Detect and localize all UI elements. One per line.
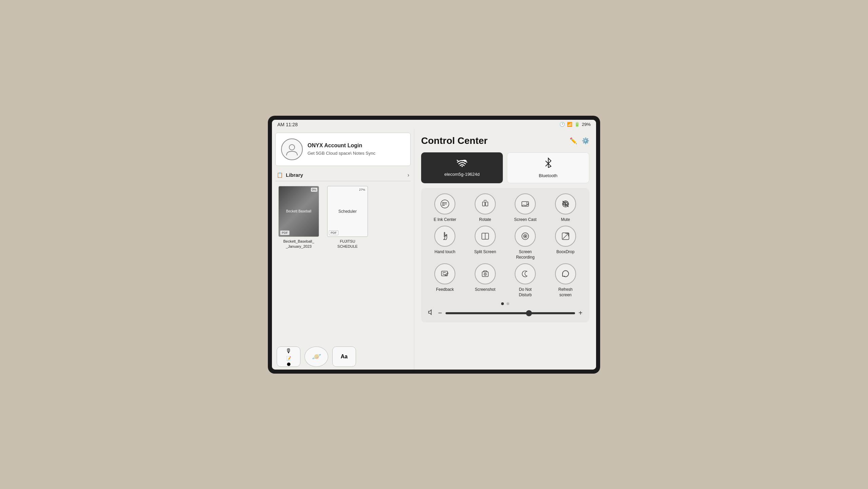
bluetooth-label: Bluetooth: [539, 173, 557, 178]
volume-increase-button[interactable]: +: [578, 309, 583, 317]
book-cover-text: Beckett Baseball: [286, 209, 312, 213]
screenshot-icon: [475, 263, 496, 284]
font-label: Aa: [341, 354, 348, 360]
rotate-label: Rotate: [479, 217, 491, 223]
control-item-booxdrop[interactable]: BooxDrop: [547, 226, 584, 260]
font-button[interactable]: Aa: [332, 346, 356, 367]
volume-slider[interactable]: [446, 312, 575, 314]
svg-point-7: [442, 203, 443, 204]
book-cover-text-2: Scheduler: [338, 209, 357, 214]
page-dots: [427, 302, 584, 305]
book-item-2[interactable]: Scheduler 27% PDF FUJITSUSCHEDULE: [326, 186, 370, 249]
battery-percent: 29%: [582, 122, 591, 127]
edit-icon[interactable]: ✏️: [570, 137, 577, 145]
screen-cast-icon: [515, 193, 536, 214]
library-arrow-icon[interactable]: ›: [408, 172, 409, 178]
svg-point-25: [485, 274, 486, 275]
feedback-label: Feedback: [436, 287, 454, 293]
mic-notes-button[interactable]: 🎙 📝 ⬤: [277, 346, 300, 367]
control-item-do-not-disturb[interactable]: Do NotDisturb: [507, 263, 544, 298]
library-section: 📋 Library › Beckett Baseball 0% PDF: [275, 169, 411, 344]
svg-rect-10: [486, 202, 488, 206]
control-item-rotate[interactable]: Rotate: [467, 193, 504, 223]
bluetooth-button[interactable]: Bluetooth: [507, 152, 589, 183]
control-item-split-screen[interactable]: Split Screen: [467, 226, 504, 260]
rotate-icon: [475, 193, 496, 214]
account-name: ONYX Account Login: [308, 143, 405, 149]
cc-header: Control Center ✏️ ⚙️: [421, 135, 589, 146]
mute-label: Mute: [561, 217, 570, 223]
screen-recording-icon: [515, 226, 536, 247]
wifi-signal-icon: [457, 159, 468, 169]
planet-button[interactable]: 🪐: [304, 346, 328, 367]
status-bar: AM 11:28 🕐 📶 🔋 29%: [272, 120, 596, 129]
volume-decrease-button[interactable]: −: [438, 309, 442, 317]
pdf-badge-2: PDF: [329, 230, 338, 235]
refresh-screen-label: Refreshscreen: [558, 287, 573, 298]
library-label: Library: [286, 172, 303, 178]
battery-icon: 🔋: [574, 122, 580, 127]
split-screen-label: Split Screen: [474, 249, 496, 255]
do-not-disturb-icon: [515, 263, 536, 284]
account-sub: Get 5GB Cloud space\ Notes Sync: [308, 151, 405, 156]
mic-icon: 🎙: [285, 347, 292, 355]
books-grid: Beckett Baseball 0% PDF Beckett_Baseball…: [275, 185, 411, 251]
volume-row: − +: [427, 309, 584, 317]
status-icons: 🕐 📶 🔋 29%: [559, 122, 591, 127]
hand-touch-icon: [434, 226, 455, 247]
controls-grid: E Ink Center Rotate: [427, 193, 584, 298]
device-frame: AM 11:28 🕐 📶 🔋 29%: [268, 116, 600, 374]
svg-line-21: [563, 233, 568, 239]
right-panel: Control Center ✏️ ⚙️: [414, 129, 596, 370]
book-title-2: FUJITSUSCHEDULE: [337, 239, 358, 249]
bottom-toolbar: 🎙 📝 ⬤ 🪐 Aa: [272, 344, 414, 370]
control-item-hand-touch[interactable]: Hand touch: [427, 226, 463, 260]
bluetooth-icon: [544, 157, 552, 170]
svg-point-6: [442, 202, 443, 203]
do-not-disturb-label: Do NotDisturb: [519, 287, 532, 298]
record-icon: ⬤: [287, 362, 291, 366]
e-ink-center-label: E Ink Center: [434, 217, 456, 223]
wifi-icon: 📶: [567, 122, 572, 127]
cc-header-icons: ✏️ ⚙️: [570, 137, 589, 145]
settings-icon[interactable]: ⚙️: [582, 137, 589, 145]
cc-title: Control Center: [421, 135, 488, 146]
planet-icon: 🪐: [312, 352, 321, 361]
wifi-button[interactable]: elecom5g-19624d: [421, 152, 503, 183]
hand-touch-label: Hand touch: [435, 249, 455, 255]
volume-mute-icon[interactable]: [428, 309, 435, 317]
book-badge-2: 27%: [358, 188, 366, 192]
library-icon: 📋: [277, 172, 283, 178]
control-item-screen-cast[interactable]: Screen Cast: [507, 193, 544, 223]
dot-1[interactable]: [501, 302, 504, 305]
svg-point-19: [525, 236, 526, 237]
pdf-badge-1: PDF: [280, 230, 290, 235]
book-cover-baseball: Beckett Baseball 0% PDF: [278, 186, 319, 237]
library-title: 📋 Library: [277, 172, 303, 178]
screen: AM 11:28 🕐 📶 🔋 29%: [272, 120, 596, 370]
feedback-icon: [434, 263, 455, 284]
volume-thumb[interactable]: [526, 310, 532, 316]
booxdrop-label: BooxDrop: [556, 249, 574, 255]
screenshot-label: Screenshot: [475, 287, 495, 293]
control-item-refresh-screen[interactable]: Refreshscreen: [547, 263, 584, 298]
account-section[interactable]: ONYX Account Login Get 5GB Cloud space\ …: [275, 133, 411, 166]
control-item-screen-recording[interactable]: ScreenRecording: [507, 226, 544, 260]
book-item[interactable]: Beckett Baseball 0% PDF Beckett_Baseball…: [277, 186, 321, 249]
control-item-screenshot[interactable]: Screenshot: [467, 263, 504, 298]
book-badge-1: 0%: [311, 188, 317, 192]
library-header: 📋 Library ›: [275, 169, 411, 181]
svg-point-0: [289, 145, 295, 150]
control-item-feedback[interactable]: Feedback: [427, 263, 463, 298]
screen-recording-label: ScreenRecording: [516, 249, 535, 260]
screen-cast-label: Screen Cast: [514, 217, 536, 223]
wifi-ssid: elecom5g-19624d: [444, 172, 479, 177]
booxdrop-icon: [555, 226, 576, 247]
controls-container: E Ink Center Rotate: [421, 188, 589, 323]
status-time: AM 11:28: [277, 122, 298, 127]
control-item-mute[interactable]: Mute: [547, 193, 584, 223]
dot-2[interactable]: [507, 302, 509, 305]
control-item-e-ink-center[interactable]: E Ink Center: [427, 193, 463, 223]
svg-point-1: [461, 166, 463, 167]
book-title-1: Beckett_Baseball__January_2023: [283, 239, 314, 249]
